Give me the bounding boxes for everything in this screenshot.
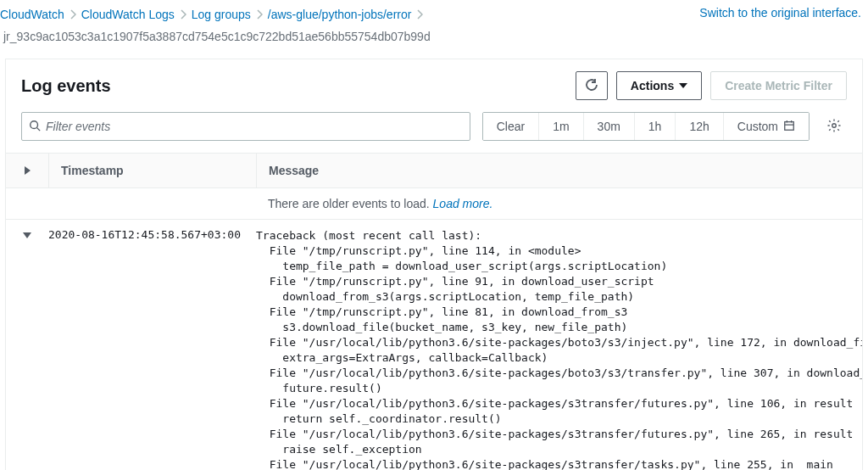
range-custom-label: Custom xyxy=(737,120,778,133)
chevron-right-icon xyxy=(180,9,186,20)
breadcrumb-log-group-name[interactable]: /aws-glue/python-jobs/error xyxy=(268,6,412,23)
actions-dropdown[interactable]: Actions xyxy=(616,71,702,100)
chevron-right-icon xyxy=(416,9,423,20)
table-header: Timestamp Message xyxy=(6,153,862,188)
breadcrumb-current: jr_93c9ac1053c3a1c1907f5a3887cd754e5c1c9… xyxy=(0,28,699,45)
settings-button[interactable] xyxy=(821,112,847,141)
range-clear[interactable]: Clear xyxy=(483,113,538,140)
breadcrumb-cloudwatch[interactable]: CloudWatch xyxy=(0,6,64,23)
time-range-group: Clear 1m 30m 1h 12h Custom xyxy=(482,112,810,141)
search-icon xyxy=(29,120,41,134)
message-column[interactable]: Message xyxy=(256,154,862,187)
calendar-icon xyxy=(783,120,795,134)
older-events-row: There are older events to load. Load mor… xyxy=(6,188,862,220)
breadcrumb-logs[interactable]: CloudWatch Logs xyxy=(81,6,175,23)
switch-interface-link[interactable]: Switch to the original interface. xyxy=(699,6,861,20)
breadcrumb-log-groups[interactable]: Log groups xyxy=(192,6,251,23)
table-row: 2020-08-16T12:45:58.567+03:00 Traceback … xyxy=(6,220,862,470)
range-1h[interactable]: 1h xyxy=(634,113,676,140)
create-metric-filter-button[interactable]: Create Metric Filter xyxy=(710,71,847,100)
page-title: Log events xyxy=(21,76,111,96)
range-12h[interactable]: 12h xyxy=(675,113,722,140)
range-30m[interactable]: 30m xyxy=(583,113,634,140)
expand-all-column[interactable] xyxy=(6,154,48,187)
svg-point-2 xyxy=(832,123,837,127)
older-events-text: There are older events to load. xyxy=(268,197,433,210)
timestamp-column[interactable]: Timestamp xyxy=(48,154,256,187)
range-custom[interactable]: Custom xyxy=(723,113,809,140)
chevron-down-icon xyxy=(23,232,31,238)
chevron-right-icon xyxy=(256,9,263,20)
gear-icon xyxy=(826,118,842,136)
caret-down-icon xyxy=(679,83,687,88)
breadcrumb: CloudWatch CloudWatch Logs Log groups /a… xyxy=(0,6,699,45)
chevron-right-icon xyxy=(25,166,31,175)
row-expander[interactable] xyxy=(6,220,48,470)
message-cell: Traceback (most recent call last): File … xyxy=(256,220,862,470)
actions-label: Actions xyxy=(631,79,674,92)
refresh-button[interactable] xyxy=(576,71,608,100)
filter-events-input[interactable] xyxy=(46,120,463,133)
timestamp-cell: 2020-08-16T12:45:58.567+03:00 xyxy=(48,220,256,470)
search-input-wrapper[interactable] xyxy=(21,112,470,141)
refresh-icon xyxy=(585,78,598,94)
load-more-link[interactable]: Load more. xyxy=(433,197,493,210)
chevron-right-icon xyxy=(70,9,76,20)
range-1m[interactable]: 1m xyxy=(538,113,582,140)
svg-point-0 xyxy=(31,120,38,128)
log-events-panel: Log events Actions Create Metric Filter … xyxy=(5,59,863,470)
svg-rect-1 xyxy=(785,121,794,130)
